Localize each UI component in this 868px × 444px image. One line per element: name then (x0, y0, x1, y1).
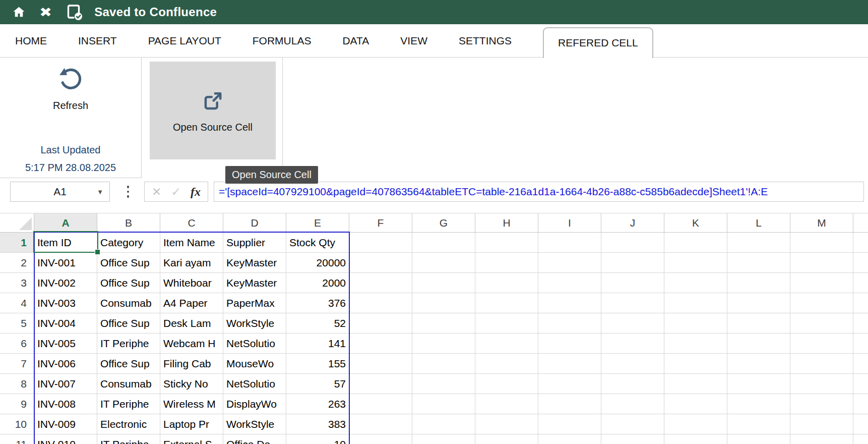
cell-E11[interactable]: 10 (286, 434, 349, 444)
cell-D10[interactable]: WorkStyle (223, 414, 286, 434)
cell-M2[interactable] (790, 253, 853, 273)
cell-G3[interactable] (412, 273, 475, 293)
cell-G2[interactable] (412, 253, 475, 273)
cell-M7[interactable] (790, 354, 853, 374)
row-header-5[interactable]: 5 (0, 313, 34, 334)
cell-H4[interactable] (475, 293, 538, 313)
cell-M1[interactable] (790, 233, 853, 253)
cell-H5[interactable] (475, 313, 538, 334)
cell-H7[interactable] (475, 354, 538, 374)
column-header-I[interactable]: I (538, 213, 601, 233)
cell-A7[interactable]: INV-006 (34, 354, 97, 374)
column-header-M[interactable]: M (790, 213, 853, 233)
cell-C8[interactable]: Sticky No (160, 374, 223, 394)
cell-L8[interactable] (727, 374, 790, 394)
column-header-G[interactable]: G (412, 213, 475, 233)
cell-I11[interactable] (538, 434, 601, 444)
cell-K4[interactable] (664, 293, 727, 313)
tab-settings[interactable]: SETTINGS (459, 24, 512, 57)
cell-M5[interactable] (790, 313, 853, 334)
formula-input[interactable]: ='[spaceId=407929100&pageId=407863564&ta… (214, 182, 864, 202)
cell-I2[interactable] (538, 253, 601, 273)
cell-D1[interactable]: Supplier (223, 233, 286, 253)
row-header-2[interactable]: 2 (0, 253, 34, 273)
cell-H11[interactable] (475, 434, 538, 444)
cell-D6[interactable]: NetSolutio (223, 334, 286, 354)
cell-D8[interactable]: NetSolutio (223, 374, 286, 394)
cell-G4[interactable] (412, 293, 475, 313)
cell-H2[interactable] (475, 253, 538, 273)
cell-G8[interactable] (412, 374, 475, 394)
cell-H3[interactable] (475, 273, 538, 293)
cell-A1[interactable]: Item ID (34, 233, 97, 253)
cell-I8[interactable] (538, 374, 601, 394)
cell-B3[interactable]: Office Sup (97, 273, 160, 293)
cell-L11[interactable] (727, 434, 790, 444)
cell-B4[interactable]: Consumab (97, 293, 160, 313)
cell-K3[interactable] (664, 273, 727, 293)
row-header-8[interactable]: 8 (0, 374, 34, 394)
cell-M6[interactable] (790, 334, 853, 354)
column-header-L[interactable]: L (727, 213, 790, 233)
cell-M3[interactable] (790, 273, 853, 293)
row-header-9[interactable]: 9 (0, 394, 34, 414)
cell-K9[interactable] (664, 394, 727, 414)
cell-K7[interactable] (664, 354, 727, 374)
cell-L2[interactable] (727, 253, 790, 273)
cell-F7[interactable] (349, 354, 412, 374)
cell-G7[interactable] (412, 354, 475, 374)
cell-A8[interactable]: INV-007 (34, 374, 97, 394)
cell-J9[interactable] (601, 394, 664, 414)
kebab-menu-icon[interactable] (124, 183, 132, 201)
cell-B7[interactable]: Office Sup (97, 354, 160, 374)
confluence-logo-icon[interactable]: ✖ (39, 6, 52, 19)
cell-G10[interactable] (412, 414, 475, 434)
column-header-C[interactable]: C (160, 213, 223, 233)
cell-K8[interactable] (664, 374, 727, 394)
select-all-corner[interactable] (0, 213, 34, 233)
name-box-caret-icon[interactable]: ▼ (97, 188, 103, 196)
cell-L4[interactable] (727, 293, 790, 313)
cell-E3[interactable]: 2000 (286, 273, 349, 293)
cell-D2[interactable]: KeyMaster (223, 253, 286, 273)
cell-C3[interactable]: Whiteboar (160, 273, 223, 293)
cell-I7[interactable] (538, 354, 601, 374)
cell-A3[interactable]: INV-002 (34, 273, 97, 293)
cell-I10[interactable] (538, 414, 601, 434)
cell-H9[interactable] (475, 394, 538, 414)
cell-L9[interactable] (727, 394, 790, 414)
column-header-A[interactable]: A (34, 213, 97, 233)
cell-F5[interactable] (349, 313, 412, 334)
cell-I5[interactable] (538, 313, 601, 334)
cell-I4[interactable] (538, 293, 601, 313)
cell-B5[interactable]: Office Sup (97, 313, 160, 334)
cell-I3[interactable] (538, 273, 601, 293)
cell-G9[interactable] (412, 394, 475, 414)
cell-L3[interactable] (727, 273, 790, 293)
cell-C6[interactable]: Webcam H (160, 334, 223, 354)
cell-J8[interactable] (601, 374, 664, 394)
tab-insert[interactable]: INSERT (78, 24, 117, 57)
cell-I1[interactable] (538, 233, 601, 253)
cell-C1[interactable]: Item Name (160, 233, 223, 253)
cell-A6[interactable]: INV-005 (34, 334, 97, 354)
cell-L5[interactable] (727, 313, 790, 334)
cell-D5[interactable]: WorkStyle (223, 313, 286, 334)
cell-D9[interactable]: DisplayWo (223, 394, 286, 414)
cell-C9[interactable]: Wireless M (160, 394, 223, 414)
cell-F9[interactable] (349, 394, 412, 414)
cell-C10[interactable]: Laptop Pr (160, 414, 223, 434)
cell-H8[interactable] (475, 374, 538, 394)
column-header-E[interactable]: E (286, 213, 349, 233)
cell-E6[interactable]: 141 (286, 334, 349, 354)
cell-C11[interactable]: External S (160, 434, 223, 444)
row-header-6[interactable]: 6 (0, 334, 34, 354)
cell-F10[interactable] (349, 414, 412, 434)
cell-E5[interactable]: 52 (286, 313, 349, 334)
row-header-7[interactable]: 7 (0, 354, 34, 374)
cell-E4[interactable]: 376 (286, 293, 349, 313)
cell-G5[interactable] (412, 313, 475, 334)
cell-J4[interactable] (601, 293, 664, 313)
cell-H6[interactable] (475, 334, 538, 354)
cell-D7[interactable]: MouseWo (223, 354, 286, 374)
